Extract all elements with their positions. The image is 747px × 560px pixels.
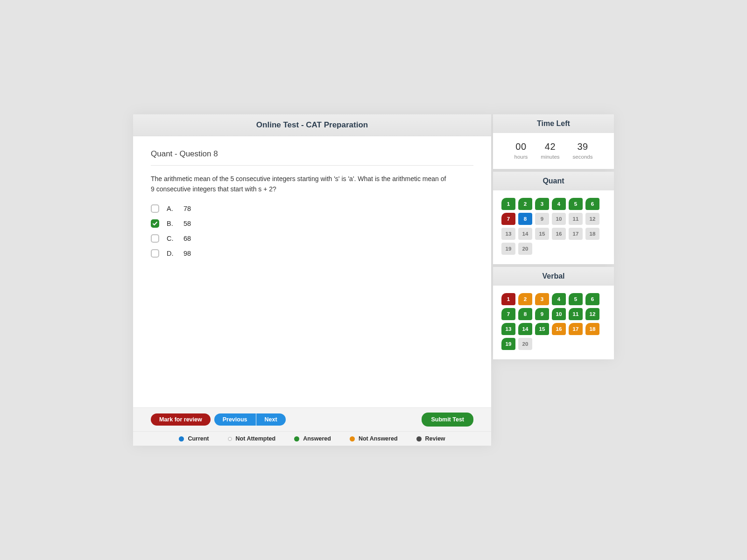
legend: Current Not Attempted Answered Not Answe… xyxy=(133,431,491,446)
option-text: 98 xyxy=(183,250,191,257)
question-grid: 1234567891011121314151617181920 xyxy=(493,286,614,359)
option-letter: C. xyxy=(167,235,176,242)
legend-review-label: Review xyxy=(425,435,445,442)
main-panel: Online Test - CAT Preparation Quant - Qu… xyxy=(133,114,491,446)
section-panel-verbal: Verbal1234567891011121314151617181920 xyxy=(493,267,614,359)
nav-buttons: Previous Next xyxy=(214,413,286,426)
option-letter: A. xyxy=(167,205,176,212)
question-nav-verbal-2[interactable]: 2 xyxy=(518,293,532,305)
timer-hours-label: hours xyxy=(514,154,528,160)
option-b[interactable]: B.58 xyxy=(151,219,473,228)
sections-container: Quant1234567891011121314151617181920Verb… xyxy=(493,172,614,362)
legend-review: Review xyxy=(416,435,445,442)
option-letter: B. xyxy=(167,220,176,227)
legend-notattempted: Not Attempted xyxy=(228,435,276,442)
next-button[interactable]: Next xyxy=(256,413,286,426)
timer-seconds-label: seconds xyxy=(573,154,593,160)
section-title: Quant xyxy=(493,172,614,190)
question-nav-verbal-3[interactable]: 3 xyxy=(535,293,549,305)
legend-answered-label: Answered xyxy=(303,435,331,442)
question-nav-quant-16[interactable]: 16 xyxy=(552,228,566,240)
question-nav-quant-9[interactable]: 9 xyxy=(535,213,549,225)
question-nav-quant-11[interactable]: 11 xyxy=(569,213,583,225)
legend-current: Current xyxy=(179,435,209,442)
question-nav-quant-17[interactable]: 17 xyxy=(569,228,583,240)
timer-title: Time Left xyxy=(493,114,614,133)
timer-body: 00 hours 42 minutes 39 seconds xyxy=(493,133,614,169)
dot-notanswered-icon xyxy=(350,436,355,441)
mark-for-review-button[interactable]: Mark for review xyxy=(151,413,211,426)
option-text: 68 xyxy=(183,235,191,242)
question-nav-quant-18[interactable]: 18 xyxy=(585,228,599,240)
question-nav-verbal-10[interactable]: 10 xyxy=(552,308,566,320)
question-nav-verbal-4[interactable]: 4 xyxy=(552,293,566,305)
timer-panel: Time Left 00 hours 42 minutes 39 seconds xyxy=(493,114,614,169)
legend-notattempted-label: Not Attempted xyxy=(236,435,276,442)
option-text: 78 xyxy=(183,205,191,212)
question-nav-quant-10[interactable]: 10 xyxy=(552,213,566,225)
checkbox-icon xyxy=(151,234,159,243)
question-nav-quant-5[interactable]: 5 xyxy=(569,198,583,210)
app: Online Test - CAT Preparation Quant - Qu… xyxy=(133,114,614,446)
question-nav-quant-15[interactable]: 15 xyxy=(535,228,549,240)
dot-review-icon xyxy=(416,436,422,441)
question-nav-verbal-9[interactable]: 9 xyxy=(535,308,549,320)
question-nav-verbal-12[interactable]: 12 xyxy=(585,308,599,320)
checkbox-icon xyxy=(151,249,159,258)
side-panel: Time Left 00 hours 42 minutes 39 seconds xyxy=(493,114,614,446)
question-nav-quant-13[interactable]: 13 xyxy=(501,228,515,240)
question-nav-quant-4[interactable]: 4 xyxy=(552,198,566,210)
question-nav-verbal-7[interactable]: 7 xyxy=(501,308,515,320)
section-panel-quant: Quant1234567891011121314151617181920 xyxy=(493,172,614,264)
question-nav-verbal-8[interactable]: 8 xyxy=(518,308,532,320)
question-nav-quant-8[interactable]: 8 xyxy=(518,213,532,225)
question-prompt: The arithmetic mean of the 5 consecutive… xyxy=(151,174,450,194)
legend-current-label: Current xyxy=(188,435,209,442)
option-a[interactable]: A.78 xyxy=(151,204,473,213)
question-heading: Quant - Question 8 xyxy=(151,149,473,166)
question-nav-quant-19[interactable]: 19 xyxy=(501,243,515,255)
page-title: Online Test - CAT Preparation xyxy=(133,114,491,136)
question-nav-verbal-6[interactable]: 6 xyxy=(585,293,599,305)
legend-notanswered: Not Answered xyxy=(350,435,398,442)
option-d[interactable]: D.98 xyxy=(151,249,473,258)
question-grid: 1234567891011121314151617181920 xyxy=(493,190,614,264)
option-text: 58 xyxy=(183,220,191,227)
question-nav-verbal-13[interactable]: 13 xyxy=(501,323,515,335)
timer-seconds-value: 39 xyxy=(573,141,593,152)
dot-answered-icon xyxy=(294,436,299,441)
dot-notattempted-icon xyxy=(228,437,232,441)
question-nav-verbal-18[interactable]: 18 xyxy=(585,323,599,335)
action-bar: Mark for review Previous Next Submit Tes… xyxy=(133,407,491,431)
question-nav-verbal-20[interactable]: 20 xyxy=(518,338,532,350)
option-letter: D. xyxy=(167,250,176,257)
question-nav-verbal-17[interactable]: 17 xyxy=(569,323,583,335)
timer-minutes-label: minutes xyxy=(541,154,559,160)
timer-minutes-value: 42 xyxy=(541,141,559,152)
timer-hours-value: 00 xyxy=(514,141,528,152)
question-nav-quant-14[interactable]: 14 xyxy=(518,228,532,240)
question-nav-quant-12[interactable]: 12 xyxy=(585,213,599,225)
question-nav-quant-7[interactable]: 7 xyxy=(501,213,515,225)
question-nav-quant-6[interactable]: 6 xyxy=(585,198,599,210)
timer-hours: 00 hours xyxy=(514,141,528,160)
question-nav-verbal-15[interactable]: 15 xyxy=(535,323,549,335)
timer-minutes: 42 minutes xyxy=(541,141,559,160)
legend-answered: Answered xyxy=(294,435,331,442)
question-nav-verbal-1[interactable]: 1 xyxy=(501,293,515,305)
option-c[interactable]: C.68 xyxy=(151,234,473,243)
question-nav-verbal-14[interactable]: 14 xyxy=(518,323,532,335)
question-nav-quant-3[interactable]: 3 xyxy=(535,198,549,210)
options-list: A.78B.58C.68D.98 xyxy=(151,204,473,258)
submit-button[interactable]: Submit Test xyxy=(422,413,473,427)
question-nav-verbal-5[interactable]: 5 xyxy=(569,293,583,305)
checkbox-icon xyxy=(151,204,159,213)
question-nav-quant-20[interactable]: 20 xyxy=(518,243,532,255)
question-nav-verbal-11[interactable]: 11 xyxy=(569,308,583,320)
question-nav-verbal-16[interactable]: 16 xyxy=(552,323,566,335)
question-nav-quant-1[interactable]: 1 xyxy=(501,198,515,210)
timer-seconds: 39 seconds xyxy=(573,141,593,160)
question-nav-verbal-19[interactable]: 19 xyxy=(501,338,515,350)
question-nav-quant-2[interactable]: 2 xyxy=(518,198,532,210)
previous-button[interactable]: Previous xyxy=(214,413,256,426)
